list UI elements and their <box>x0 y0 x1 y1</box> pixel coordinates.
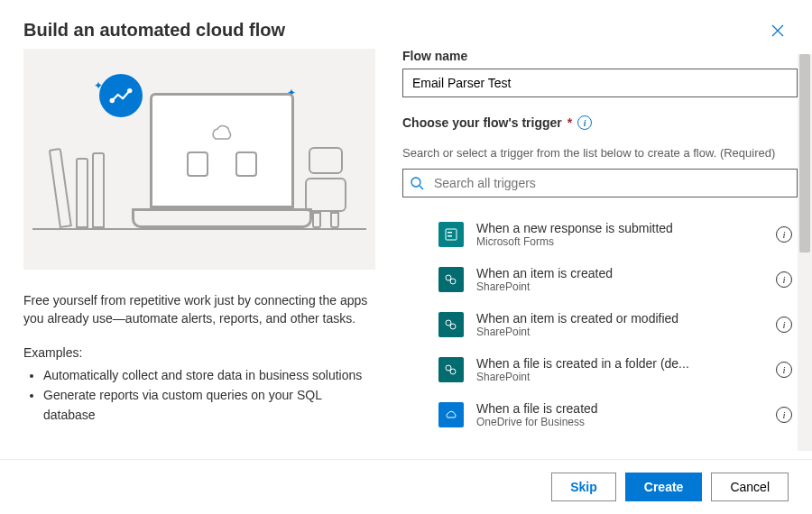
trigger-source: SharePoint <box>476 371 763 383</box>
onedrive-icon <box>438 402 464 427</box>
trigger-source: SharePoint <box>476 326 763 338</box>
trigger-label-text: Choose your flow's trigger <box>402 115 562 130</box>
flow-name-label: Flow name <box>402 49 798 63</box>
flow-badge-icon <box>99 74 143 117</box>
example-item: Automatically collect and store data in … <box>43 365 375 385</box>
examples-label: Examples: <box>23 345 375 360</box>
flow-illustration: ✦ ✦ <box>23 49 375 270</box>
trigger-item[interactable]: When an item is created or modified Shar… <box>402 302 798 347</box>
forms-icon <box>438 222 464 247</box>
trigger-name: When an item is created <box>476 266 763 280</box>
svg-point-1 <box>128 89 131 92</box>
svg-point-7 <box>450 279 456 284</box>
description-text: Free yourself from repetitive work just … <box>23 291 375 327</box>
cancel-button[interactable]: Cancel <box>711 473 789 501</box>
info-icon[interactable]: i <box>776 407 792 423</box>
sharepoint-icon <box>438 267 464 292</box>
trigger-list: When a new response is submitted Microso… <box>402 212 798 459</box>
trigger-item[interactable]: When a file is created OneDrive for Busi… <box>402 392 798 437</box>
trigger-item[interactable]: When a new response is submitted Microso… <box>402 212 798 257</box>
svg-point-2 <box>411 178 420 187</box>
left-panel: ✦ ✦ <box>23 49 402 459</box>
svg-point-0 <box>111 99 114 102</box>
required-asterisk: * <box>567 115 572 130</box>
skip-button[interactable]: Skip <box>551 473 616 501</box>
right-panel: Flow name Choose your flow's trigger * i… <box>402 49 807 459</box>
example-item: Generate reports via custom queries on y… <box>43 385 375 425</box>
info-icon[interactable]: i <box>577 115 592 130</box>
scrollbar-thumb[interactable] <box>799 54 810 252</box>
close-icon <box>770 23 785 38</box>
info-icon[interactable]: i <box>776 317 792 333</box>
trigger-label: Choose your flow's trigger * i <box>402 115 798 130</box>
trigger-name: When a file is created in a folder (de..… <box>476 356 763 371</box>
info-icon[interactable]: i <box>776 226 792 243</box>
trigger-name: When an item is created or modified <box>476 311 763 326</box>
trigger-item[interactable]: When a file is created in a folder (de..… <box>402 347 798 392</box>
trigger-source: OneDrive for Business <box>476 416 763 428</box>
dialog-title: Build an automated cloud flow <box>23 20 285 41</box>
svg-rect-4 <box>448 232 452 234</box>
examples-list: Automatically collect and store data in … <box>23 365 375 425</box>
search-input[interactable] <box>402 169 798 197</box>
close-button[interactable] <box>767 20 789 41</box>
sharepoint-icon <box>438 312 464 337</box>
trigger-item[interactable]: When an item is created SharePoint i <box>402 257 798 302</box>
svg-rect-5 <box>448 235 452 237</box>
dialog-footer: Skip Create Cancel <box>0 459 812 514</box>
svg-point-11 <box>450 369 456 374</box>
helper-text: Search or select a trigger from the list… <box>402 146 798 160</box>
svg-rect-3 <box>446 229 457 240</box>
flow-name-input[interactable] <box>402 69 798 97</box>
sharepoint-icon <box>438 357 464 382</box>
search-icon <box>410 176 424 190</box>
scrollbar[interactable] <box>798 54 812 451</box>
flow-name-label-text: Flow name <box>402 49 467 63</box>
trigger-name: When a file is created <box>476 401 763 416</box>
trigger-source: SharePoint <box>476 280 763 293</box>
create-button[interactable]: Create <box>625 473 703 501</box>
trigger-source: Microsoft Forms <box>476 235 763 248</box>
info-icon[interactable]: i <box>776 271 792 288</box>
svg-point-9 <box>450 324 456 329</box>
trigger-name: When a new response is submitted <box>476 221 763 235</box>
info-icon[interactable]: i <box>776 362 792 378</box>
